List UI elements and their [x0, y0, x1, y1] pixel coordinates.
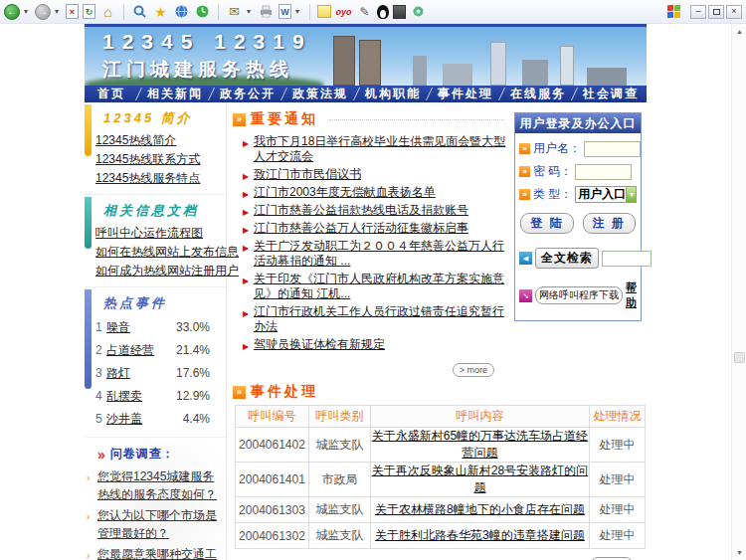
survey-question-link[interactable]: ›您觉得12345城建服务热线的服务态度如何？ [95, 467, 222, 503]
password-input[interactable] [575, 164, 632, 180]
sidebar-link-intro[interactable]: 12345热线简介 [95, 131, 222, 150]
vertical-scrollbar[interactable]: ▲ ▼ [731, 24, 746, 560]
call-program-download-button[interactable]: 网络呼叫程序下载 [535, 286, 623, 304]
table-row: 2004061402 城监支队 关于永盛新村65幢的万事达洗车场占道经营问题 处… [236, 428, 646, 463]
edit-word-icon[interactable]: W [279, 4, 291, 19]
hot-event-percent: 4.4% [183, 408, 222, 431]
notice-link[interactable]: 致江门市市民倡议书 [254, 167, 361, 181]
notice-link[interactable]: 关于广泛发动职工为２００４年慈善公益万人行活动募捐的通知 ... [254, 239, 504, 268]
hotline-numbers: 12345 12319 [102, 30, 312, 54]
plugin-icon[interactable] [410, 3, 427, 20]
notice-link[interactable]: 江门市2003年度无偿献血表扬名单 [254, 185, 436, 199]
notice-link[interactable]: 驾驶员换证体检有新规定 [254, 337, 385, 351]
sidebar-link-callcenter-flow[interactable]: 呼叫中心运作流程图 [95, 224, 222, 243]
table-row: 2004061302 城监支队 关于胜利北路春华苑3幢的违章搭建问题 处理中 [236, 523, 646, 549]
events-title: 事件处理 [251, 383, 318, 401]
back-button[interactable]: ← [4, 4, 20, 20]
discuss-note-icon[interactable] [317, 5, 331, 18]
notice-link[interactable]: 江门市行政机关工作人员行政过错责任追究暂行办法 [254, 304, 504, 333]
media-globe-icon[interactable] [173, 3, 190, 20]
notice-item: ▶致江门市市民倡议书 [243, 167, 508, 182]
survey-question-link[interactable]: ›您最愿意乘哪种交通工具？ [95, 545, 222, 560]
nav-item-home[interactable]: 首页 [85, 86, 138, 102]
sidebar-link-publish-info[interactable]: 如何在热线网站上发布信息 [95, 243, 222, 262]
forward-button[interactable]: → [35, 4, 51, 20]
back-dropdown-icon[interactable]: ▾ [24, 7, 31, 16]
address-book-icon[interactable] [393, 5, 406, 19]
nav-item-news[interactable]: 相关新闻 [139, 86, 211, 102]
sidebar-link-features[interactable]: 12345热线服务特点 [95, 169, 222, 188]
print-icon[interactable] [258, 3, 275, 20]
survey-section: » 问卷调查： ›您觉得12345城建服务热线的服务态度如何？ ›您认为以下哪个… [85, 438, 226, 560]
blue-ribbon-icon [85, 289, 92, 389]
nav-item-events[interactable]: 事件处理 [430, 86, 501, 102]
fulltext-search-button[interactable]: 全文检索 [535, 248, 599, 269]
dropdown-arrow-icon[interactable]: ▼ [626, 187, 636, 202]
mail-icon[interactable]: ✉ [226, 3, 243, 20]
username-label: 用户名： [533, 140, 581, 157]
nav-item-policy[interactable]: 政策法规 [284, 86, 356, 102]
messenger-oyo-icon[interactable]: oyo [335, 3, 352, 20]
red-triangle-bullet-icon: ▶ [243, 169, 249, 184]
favorites-star-icon[interactable]: ★ [152, 3, 169, 20]
call-id: 2004061401 [236, 463, 309, 497]
user-type-value: 用户入口 [576, 186, 626, 203]
stop-button[interactable]: × [66, 4, 79, 19]
mail-dropdown-icon[interactable]: ▾ [247, 7, 254, 16]
hot-event-link[interactable]: 沙井盖 [106, 408, 142, 431]
close-button[interactable]: × [726, 5, 742, 19]
red-triangle-bullet-icon: ▶ [243, 187, 249, 202]
scroll-down-arrow-icon[interactable]: ▼ [732, 545, 746, 560]
notice-item: ▶关于印发《江门市人民政府机构改革方案实施意见》的通知 江机... [243, 272, 508, 301]
scrollbar-thumb[interactable] [734, 352, 745, 363]
hot-event-row: 1 噪音 33.0% [95, 316, 222, 339]
hot-event-link[interactable]: 噪音 [106, 316, 130, 339]
history-icon[interactable] [194, 3, 211, 20]
nav-item-survey[interactable]: 社会调查 [575, 86, 647, 102]
nav-item-functions[interactable]: 机构职能 [357, 86, 429, 102]
column-header-status: 处理情况 [590, 406, 646, 428]
minimize-button[interactable]: – [690, 5, 706, 19]
help-link[interactable]: 帮助 [626, 280, 637, 310]
sidebar-link-register-user[interactable]: 如何成为热线网站注册用户 [95, 262, 222, 280]
notice-link[interactable]: 关于印发《江门市人民政府机构改革方案实施意见》的通知 江机... [254, 272, 504, 300]
notice-link[interactable]: 江门市慈善公益万人行活动征集徽标启事 [254, 221, 468, 235]
call-content-link[interactable]: 关于永盛新村65幢的万事达洗车场占道经营问题 [372, 429, 588, 460]
call-content-link[interactable]: 关于再次反映象山新村28号安装路灯的问题 [372, 464, 588, 494]
notice-item: ▶江门市2003年度无偿献血表扬名单 [243, 185, 508, 200]
notice-link[interactable]: 我市下月18日举行高校毕业生供需见面会暨大型人才交流会 [254, 134, 505, 163]
hot-event-percent: 17.6% [176, 362, 222, 385]
call-content-link[interactable]: 关于农林横路8幢地下的小食店存在问题 [375, 502, 585, 516]
sidebar-link-contact[interactable]: 12345热线联系方式 [95, 150, 222, 169]
section-square-icon: » [233, 386, 246, 399]
browser-toolbar: ← ▾ → ▾ × ↻ ⌂ ★ ✉ ▾ W ▾ oyo ✎ [0, 0, 746, 24]
user-type-select[interactable]: 用户入口 ▼ [575, 186, 637, 203]
home-button[interactable]: ⌂ [99, 3, 116, 20]
nav-item-gov-open[interactable]: 政务公开 [212, 86, 283, 102]
login-button[interactable]: 登 陆 [520, 213, 573, 234]
scroll-up-arrow-icon[interactable]: ▲ [732, 24, 746, 39]
notices-more-button[interactable]: > more [453, 363, 494, 377]
edit-dropdown-icon[interactable]: ▾ [295, 7, 302, 16]
search-icon[interactable] [131, 3, 148, 20]
call-content-link[interactable]: 关于胜利北路春华苑3幢的违章搭建问题 [375, 528, 585, 542]
hot-event-percent: 21.4% [176, 339, 222, 362]
notice-link[interactable]: 江门市慈善公益捐款热线电话及捐款账号 [254, 203, 468, 217]
forward-dropdown-icon[interactable]: ▾ [55, 7, 62, 16]
nav-item-online-service[interactable]: 在线服务 [502, 86, 574, 102]
restore-button[interactable] [708, 5, 724, 19]
hot-event-link[interactable]: 占道经营 [106, 339, 154, 362]
hot-event-link[interactable]: 乱摆卖 [106, 385, 142, 408]
register-button[interactable]: 注 册 [583, 213, 636, 234]
edit-pencil-icon[interactable]: ✎ [356, 3, 373, 20]
username-input[interactable] [584, 141, 641, 157]
fulltext-search-input[interactable] [602, 251, 652, 267]
refresh-button[interactable]: ↻ [83, 4, 95, 19]
main-nav: 首页 相关新闻 政务公开 政策法规 机构职能 事件处理 在线服务 社会调查 [85, 86, 647, 102]
hot-event-percent: 33.0% [176, 316, 222, 339]
hot-event-link[interactable]: 路灯 [106, 362, 130, 385]
call-status: 处理中 [590, 523, 646, 549]
qq-penguin-icon[interactable] [377, 5, 389, 19]
survey-question-link[interactable]: ›您认为以下哪个市场是管理最好的？ [95, 506, 222, 542]
main-area: » 重要通知 ▶我市下月18日举行高校毕业生供需见面会暨大型人才交流会 ▶致江门… [227, 102, 647, 560]
